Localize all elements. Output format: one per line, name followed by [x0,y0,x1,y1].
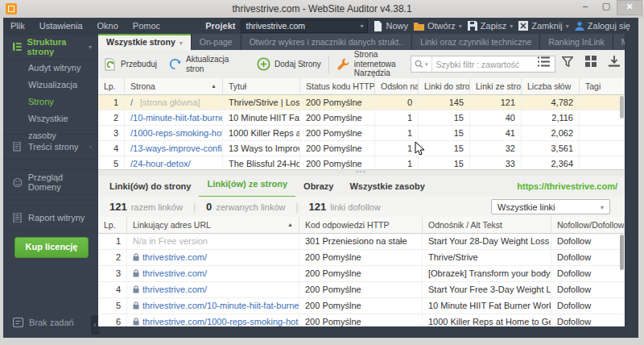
header-kod-http[interactable]: Kod odpowiedzi HTTP [299,217,423,233]
project-select-value: thrivestrive.com [246,20,305,32]
sidebar-item-wszystkie-zasoby[interactable]: Wszystkie zasoby [3,110,98,127]
sidebar-section-report[interactable]: Raport witryny [3,205,98,231]
link-row[interactable]: 5 thrivestrive.com/10-minute-hiit-fat-bu… [98,298,625,314]
cell-lp: 4 [98,282,127,297]
tab-linki-ze-strony[interactable]: Linki(ów) ze strony [199,175,295,198]
website-tools-button[interactable]: Strona internetowa Narzędzia [331,53,419,76]
layout-grid-icon[interactable] [585,56,597,67]
pages-table-scrollbar[interactable] [620,96,624,118]
rebuild-button[interactable]: Przebuduj [98,53,163,76]
project-select[interactable]: thrivestrive.com ▾ [241,19,368,33]
task-status: Brak zadań [13,318,74,327]
page-link[interactable]: /13-ways-improve-confidence/ [130,143,223,153]
quick-filter-mode[interactable]: ▾ [411,56,432,72]
link-url[interactable]: thrivestrive.com/ [142,268,207,278]
tab-linki-techniczne[interactable]: Linki oraz czynniki techniczne [412,34,539,50]
link-url[interactable]: thrivestrive.com/10-minute-hiit-fat-burn… [142,301,299,310]
header-lp[interactable]: Lp. [98,78,125,94]
table-row[interactable]: 1 /[strona główna] Thrive/Strive | Lose … [98,95,625,110]
sidebar-section-domain[interactable]: Przegląd Domeny [3,169,98,195]
tab-obrazy[interactable]: Obrazy [295,176,341,197]
links-table: Lp. Linkujący adres URL▲ Kod odpowiedzi … [98,217,625,326]
table-row[interactable]: 4 /13-ways-improve-confidence/ 13 Ways t… [98,141,625,156]
toolbar-separator [328,56,329,73]
stat-broken-links: 0zerwanych linków [206,201,285,213]
page-link[interactable]: / [130,98,133,107]
link-url[interactable]: thrivestrive.com/ [142,252,207,262]
cell-odslon: 1 [375,110,419,125]
header-linki-ze[interactable]: Linki ze stro... [470,78,522,94]
sidebar-item-audyt-witryny[interactable]: Audyt witryny [3,60,98,77]
menu-ustawienia[interactable]: Ustawienia [32,18,90,34]
link-row[interactable]: 2 thrivestrive.com/ 200 Pomyślne Thrive/… [98,250,625,266]
cell-alt: Start Your 28-Day Weight Loss Challenge [423,234,551,249]
chevron-down-icon: ▾ [425,61,428,68]
buy-license-button[interactable]: Kup licencję [14,237,89,258]
minimize-button[interactable]: – [575,0,596,14]
page-link[interactable]: /1000-reps-smoking-hot-legs/ [130,128,223,138]
lock-icon [133,269,139,277]
login-button[interactable]: Zaloguj się [575,21,630,31]
link-row[interactable]: 1 N/a in Free version 301 Przeniesiono n… [98,234,625,250]
header-strona[interactable]: Strona▲ [125,78,223,94]
quick-filter-input[interactable] [432,60,555,69]
link-row[interactable]: 3 thrivestrive.com/ 200 Pomyślne [Obraze… [98,266,625,282]
header-tagi[interactable]: Tagi [580,78,625,94]
cell-status: 200 Pomyślne [300,141,375,156]
sidebar-item-wizualizacja[interactable]: Wizualizacja [3,77,98,94]
save-project-button[interactable]: Zapisz ▾ [468,21,513,31]
header-status[interactable]: Status kodu HTTP [300,78,375,94]
page-link[interactable]: /24-hour-detox/ [130,159,191,168]
tab-linki-do-strony[interactable]: Linki(ów) do strony [98,176,199,197]
filter-icon[interactable] [562,56,573,67]
table-row[interactable]: 3 /1000-reps-smoking-hot-legs/ 1000 Kill… [98,126,625,141]
menu-pomoc[interactable]: Pomoc [126,18,167,34]
sidebar-section-structure[interactable]: Struktura strony ▾ [3,34,98,60]
page-link[interactable]: /10-minute-hiit-fat-burner/ [130,113,223,123]
project-label: Projekt [205,21,235,31]
close-project-button[interactable]: Zamknij ▾ [518,21,569,31]
tab-wykres-danych[interactable]: Otwórz wykres i znaczniki danych strukt.… [242,34,411,50]
cell-tytul: 10 Minute HIIT Fat Burne... [223,110,300,125]
menu-plik[interactable]: Plik [3,18,32,34]
maximize-button[interactable]: ▢ [596,0,617,14]
new-project-button[interactable]: Nowy [374,21,408,31]
add-pages-button[interactable]: Dodaj Strony [251,53,327,76]
tasks-icon [13,318,23,327]
links-filter-select[interactable]: Wszystkie linki ▾ [491,199,610,214]
sidebar-item-strony[interactable]: Strony [3,94,98,110]
header-nofollow[interactable]: Nofollow/Dofollow [551,217,625,233]
header-tytul[interactable]: Tytuł [223,78,300,94]
tab-ranking-inlink[interactable]: Ranking InLink [540,34,612,50]
link-url[interactable]: thrivestrive.com/1000-reps-smoking-hot-l… [142,317,299,326]
header-liczba-slow[interactable]: Liczba słów [522,78,580,94]
tab-wszystkie-strony[interactable]: Wszystkie strony▾ [98,34,191,50]
menu-okno[interactable]: Okno [90,18,126,34]
links-table-scrollbar[interactable] [620,235,624,270]
selected-page-url[interactable]: https://thrivestrive.com/ [517,181,625,191]
header-lp[interactable]: Lp. [98,217,127,233]
header-odslon[interactable]: Odsłon na ... [375,78,419,94]
column-list-icon[interactable] [538,56,550,67]
tab-media-spolecznosciowe[interactable]: Media społecznościowe [613,34,625,50]
header-linki-do[interactable]: Linki do stro... [419,78,470,94]
cell-status: 200 Pomyślne [300,95,375,110]
link-row[interactable]: 6 thrivestrive.com/1000-reps-smoking-hot… [98,314,625,326]
stat-value: 121 [309,201,327,213]
link-row[interactable]: 4 thrivestrive.com/ 200 Pomyślne Start Y… [98,282,625,298]
link-url[interactable]: thrivestrive.com/ [142,285,207,294]
tab-wszystkie-zasoby[interactable]: Wszystkie zasoby [341,176,433,197]
cell-lp: 2 [98,250,127,265]
download-icon[interactable] [609,56,620,67]
header-odnosnik[interactable]: Odnośnik / Alt Tekst [423,217,551,233]
header-linkujacy-url[interactable]: Linkujący adres URL▲ [127,217,299,233]
table-row[interactable]: 2 /10-minute-hiit-fat-burner/ 10 Minute … [98,110,625,126]
tab-on-page[interactable]: On-page [192,34,241,50]
cell-status: 200 Pomyślne [300,126,375,140]
close-button[interactable]: ✕ [617,0,642,15]
update-pages-button[interactable]: Aktualizacja stron [163,53,251,76]
cell-url: thrivestrive.com/10-minute-hiit-fat-burn… [127,298,299,314]
site-report-icon [13,213,23,222]
website-tools-label: Strona internetowa Narzędzia [354,50,414,78]
open-project-button[interactable]: Otwórz ▾ [414,21,462,31]
